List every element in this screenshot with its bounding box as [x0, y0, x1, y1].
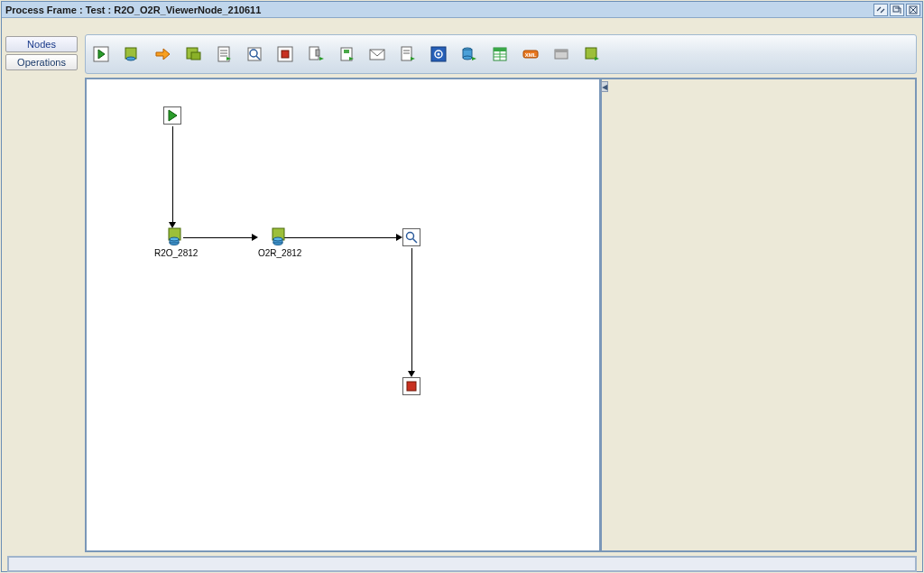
node-stop[interactable]: [402, 377, 420, 395]
close-button[interactable]: [906, 4, 920, 16]
doc-pencil-icon[interactable]: [398, 44, 418, 64]
start-node-icon[interactable]: [91, 44, 111, 64]
svg-marker-36: [472, 57, 476, 60]
arrow-right-icon[interactable]: [152, 44, 172, 64]
plus-doc-icon[interactable]: [337, 44, 356, 64]
edge-start-r2o: [172, 126, 173, 224]
svg-point-52: [170, 237, 179, 241]
doc-arrow-icon[interactable]: [306, 44, 326, 64]
node-o2r[interactable]: O2R_2812: [258, 228, 301, 258]
svg-rect-8: [191, 52, 200, 60]
gray-box-icon[interactable]: [551, 44, 571, 64]
stop-node-icon: [402, 377, 420, 395]
svg-point-5: [126, 57, 135, 60]
svg-rect-18: [282, 51, 289, 58]
svg-point-56: [273, 237, 282, 241]
svg-rect-23: [344, 50, 349, 53]
titlebar: Process Frame : Test : R2O_O2R_ViewerNod…: [2, 2, 922, 18]
svg-marker-48: [169, 110, 177, 121]
viewer-icon: [402, 228, 420, 246]
status-bar: [7, 556, 917, 572]
svg-marker-29: [411, 57, 415, 60]
maximize-button[interactable]: [890, 4, 904, 16]
arrowhead-icon: [408, 371, 415, 377]
file-list-icon[interactable]: [214, 44, 234, 64]
xml-orange-icon[interactable]: XML: [521, 44, 541, 64]
svg-line-58: [413, 239, 418, 244]
db-box-icon[interactable]: [122, 44, 142, 64]
svg-point-35: [463, 56, 472, 60]
mail-icon[interactable]: [367, 44, 387, 64]
node-label: O2R_2812: [258, 248, 301, 258]
xls-icon[interactable]: [490, 44, 510, 64]
node-viewer[interactable]: [402, 228, 420, 246]
collapse-handle[interactable]: ◀: [601, 81, 608, 92]
process-canvas[interactable]: R2O_2812 O2R_2812: [85, 78, 601, 552]
node-start[interactable]: [163, 106, 181, 125]
minimize-button[interactable]: [873, 4, 888, 16]
svg-point-57: [407, 233, 414, 240]
svg-marker-21: [319, 57, 324, 60]
start-node-icon: [163, 106, 181, 125]
arrowhead-icon: [252, 234, 258, 241]
arrowhead-icon: [396, 234, 402, 241]
svg-rect-38: [494, 48, 506, 51]
db-box2-icon[interactable]: [183, 44, 203, 64]
tab-operations[interactable]: Operations: [5, 54, 78, 70]
svg-rect-20: [316, 50, 319, 56]
properties-panel: ◀: [601, 78, 917, 552]
svg-rect-45: [555, 50, 568, 52]
side-tabs: Nodes Operations: [2, 18, 83, 554]
cylinder-arrow-icon[interactable]: [459, 44, 479, 64]
window-title: Process Frame : Test : R2O_O2R_ViewerNod…: [4, 5, 872, 15]
edge-viewer-stop: [411, 248, 412, 373]
node-label: R2O_2812: [154, 248, 198, 258]
svg-text:XML: XML: [525, 52, 537, 58]
blue-gear-icon[interactable]: [429, 44, 448, 64]
stop-node-icon[interactable]: [275, 44, 295, 64]
node-r2o[interactable]: R2O_2812: [154, 228, 198, 258]
db-box-icon: [271, 228, 289, 246]
green-db-icon[interactable]: [582, 44, 602, 64]
db-box-icon: [167, 228, 185, 246]
tab-nodes[interactable]: Nodes: [5, 36, 78, 52]
svg-point-32: [438, 53, 440, 56]
toolbar: XML: [85, 34, 917, 74]
svg-rect-59: [407, 382, 416, 391]
viewer-icon[interactable]: [245, 44, 264, 64]
svg-rect-0: [893, 6, 899, 12]
svg-marker-6: [156, 49, 170, 60]
